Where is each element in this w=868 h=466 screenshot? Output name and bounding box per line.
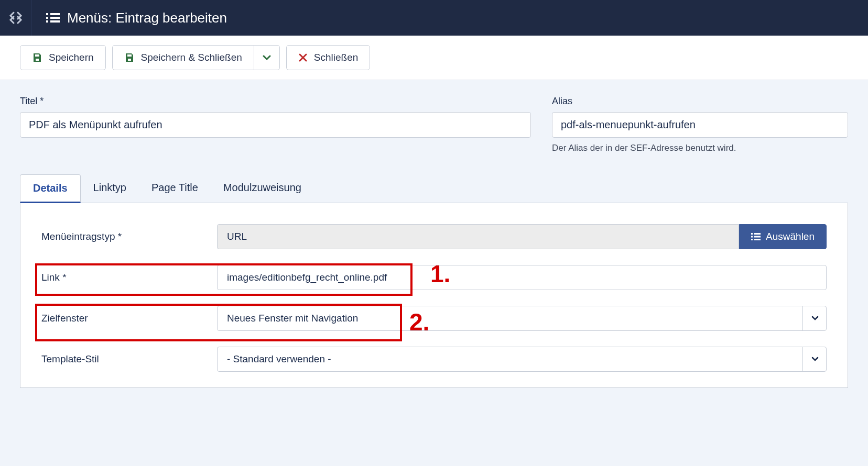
select-button-label: Auswählen [766,231,815,242]
app-header: Menüs: Eintrag bearbeiten [0,0,868,36]
tab-details[interactable]: Details [20,174,81,203]
save-button-label: Speichern [49,52,94,63]
save-close-group: Speichern & Schließen [112,45,280,70]
svg-rect-9 [754,236,761,238]
target-caret [802,306,827,331]
joomla-logo[interactable] [0,0,31,36]
joomla-icon [7,9,24,26]
row-template: Template-Stil - Standard verwenden - [41,347,827,372]
close-button[interactable]: Schließen [286,45,371,70]
template-caret [802,347,827,372]
tab-linktype[interactable]: Linktyp [81,174,139,203]
svg-rect-1 [50,13,60,15]
svg-rect-3 [50,17,60,19]
link-label: Link * [41,272,217,283]
link-input[interactable] [217,265,827,290]
save-close-button[interactable]: Speichern & Schließen [112,45,254,70]
tab-modul[interactable]: Modulzuweisung [211,174,314,203]
svg-rect-8 [751,236,753,238]
menutype-label: Menüeintragstyp * [41,231,217,242]
target-label: Zielfenster [41,313,217,324]
svg-rect-10 [751,239,753,240]
template-label: Template-Stil [41,353,217,365]
tabs: Details Linktyp Page Title Modulzuweisun… [20,174,848,203]
svg-rect-5 [50,20,60,23]
tab-body-details: Menüeintragstyp * URL Auswählen Lin [20,203,848,388]
alias-help: Der Alias der in der SEF-Adresse benutzt… [552,143,848,153]
save-close-label: Speichern & Schließen [141,52,242,63]
title-label: Titel * [20,96,531,107]
target-select[interactable]: Neues Fenster mit Navigation [217,306,827,331]
row-target: Zielfenster Neues Fenster mit Navigation [41,306,827,331]
chevron-down-icon [263,54,271,61]
row-menutype: Menüeintragstyp * URL Auswählen [41,224,827,249]
svg-rect-0 [46,13,48,15]
close-icon [298,53,308,62]
svg-rect-2 [46,17,48,19]
svg-rect-7 [754,233,761,235]
page-title: Menüs: Eintrag bearbeiten [67,10,227,26]
save-icon [32,52,42,63]
template-value: - Standard verwenden - [217,347,827,372]
target-value: Neues Fenster mit Navigation [217,306,827,331]
form-header: Titel * Alias Der Alias der in der SEF-A… [0,80,868,159]
tabs-container: Details Linktyp Page Title Modulzuweisun… [0,174,868,388]
list-icon [751,232,761,241]
alias-input[interactable] [552,112,848,138]
tab-pagetitle[interactable]: Page Title [139,174,211,203]
row-link: Link * [41,265,827,290]
close-button-label: Schließen [314,52,359,63]
menutype-value: URL [217,224,739,249]
toolbar: Speichern Speichern & Schließen Schließe… [0,36,868,80]
save-close-dropdown[interactable] [254,45,280,70]
alias-label: Alias [552,96,848,107]
template-select[interactable]: - Standard verwenden - [217,347,827,372]
save-button[interactable]: Speichern [20,45,106,70]
svg-rect-4 [46,20,48,23]
menutype-select-button[interactable]: Auswählen [739,224,827,249]
svg-rect-11 [754,239,761,240]
chevron-down-icon [811,315,819,321]
chevron-down-icon [811,356,819,362]
list-icon [46,12,60,24]
svg-rect-6 [751,233,753,235]
save-icon [124,52,135,63]
title-input[interactable] [20,112,531,138]
